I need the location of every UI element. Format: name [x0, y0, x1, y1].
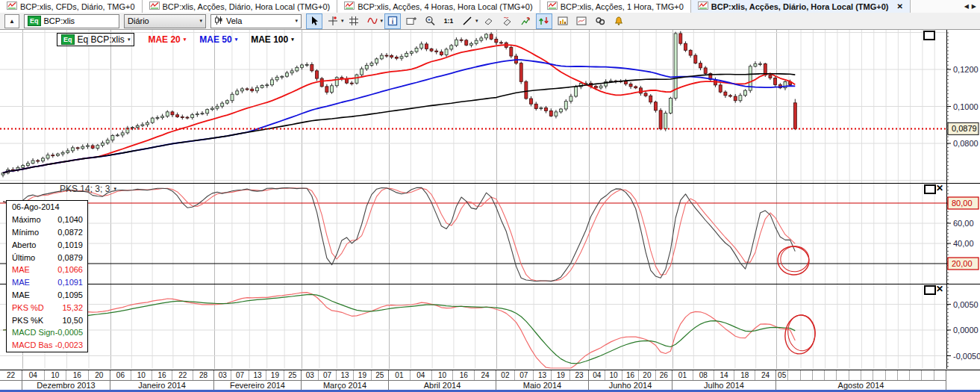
chevron-down-icon: ▾: [128, 37, 131, 43]
period-select[interactable]: Diário ▾: [124, 14, 206, 28]
svg-text:i: i: [392, 18, 394, 25]
tab-5-active[interactable]: BCP:xlis, Acções, Diário, Hora Local (TM…: [691, 0, 911, 13]
maximize-panel-button[interactable]: [924, 285, 936, 295]
tooltip-row: Máximo0,1040: [7, 214, 87, 226]
time-axis-day-cell: [934, 370, 946, 380]
tooltip-row: MACD Bas-0,0023: [7, 339, 87, 352]
time-axis-day-cell: 07: [231, 370, 249, 380]
time-axis-day-cell: [788, 370, 800, 380]
chart-plot-area[interactable]: 0,12000,10000,08000,087980,0060,0040,002…: [0, 0, 980, 370]
chart-tab-bar: BCP:xlis, CFDs, Diário, TMG+0BCP:xlis, A…: [0, 0, 980, 13]
tab-scroll-right-icon[interactable]: ▶: [972, 3, 976, 10]
time-axis-day-cell: [825, 370, 837, 380]
chart-image-icon[interactable]: [555, 13, 571, 29]
tooltip-row-value: 0,0872: [57, 228, 83, 237]
time-axis-day-cell: 10: [131, 370, 152, 380]
time-axis-days-row: 0104101624: [389, 370, 496, 381]
time-axis-month: 0104101624Abril 2014: [389, 370, 496, 391]
time-axis-day-cell: 04: [22, 370, 45, 380]
scale-1-1-icon[interactable]: 1:1: [440, 13, 457, 29]
tooltip-row: PKS %K10,50: [7, 314, 87, 326]
time-axis-month: 0307131925Fevereiro 2014: [214, 370, 302, 391]
time-axis-day-cell: 16: [453, 370, 475, 380]
time-axis-day-cell: 23: [570, 370, 588, 380]
maximize-panel-button[interactable]: [924, 184, 936, 194]
chart-style-select[interactable]: Vela ▾: [210, 14, 302, 28]
equity-badge: Eq: [28, 16, 41, 26]
zoom-tool-icon[interactable]: [422, 13, 438, 29]
ma-legend-dropdown[interactable]: MAE 20▾: [148, 34, 186, 45]
chart-template-icon[interactable]: [573, 13, 590, 29]
time-axis-days-row: 05: [776, 370, 946, 381]
svg-text:0,0000: 0,0000: [953, 326, 979, 335]
svg-text:40,00: 40,00: [953, 239, 974, 248]
svg-text:-0,0050: -0,0050: [953, 352, 980, 361]
time-axis-day-cell: 28: [193, 370, 213, 380]
time-axis-day-cell: 14: [714, 370, 735, 380]
grid-toggle-icon[interactable]: [346, 13, 362, 29]
time-axis: 2204101620Dezembro 20130610162228Janeiro…: [0, 370, 946, 391]
time-axis-month: 0207131923Maio 2014: [496, 370, 589, 391]
time-axis-month: 0307131925Março 2014: [302, 370, 389, 391]
wave-indicator-icon[interactable]: [364, 13, 381, 29]
tab-2[interactable]: BCP:xlis, Acções, Diário, Hora Local (TM…: [143, 0, 338, 13]
tooltip-row-value: 0,1019: [57, 240, 83, 249]
tooltip-row: MAE0,1091: [7, 276, 87, 289]
mini-chart-icon: [547, 1, 558, 11]
tooltip-row-label: Último: [12, 253, 35, 262]
symbol-legend-dropdown[interactable]: Eq Eq BCP:xlis ▾: [57, 33, 134, 46]
symbol-combo[interactable]: Eq BCP:xlis: [24, 14, 119, 28]
buy-sell-signals-icon[interactable]: [536, 13, 552, 29]
pks-legend-dropdown[interactable]: PKS 14; 3; 3 ▾: [60, 184, 116, 194]
crosshair-tool-icon[interactable]: [325, 13, 341, 29]
tab-scroll-controls: ◀▶: [961, 0, 980, 13]
tooltip-row-label: Aberto: [12, 240, 36, 249]
time-axis-day-cell: 18: [734, 370, 755, 380]
chevron-down-icon[interactable]: ▾: [341, 18, 344, 24]
cursor-tool-icon[interactable]: [306, 13, 322, 29]
tooltip-row-label: PKS %K: [12, 316, 43, 325]
eraser-all-icon[interactable]: [499, 13, 515, 29]
mini-chart-icon: [149, 1, 160, 11]
time-axis-days-row: 0307131925: [214, 370, 301, 381]
tooltip-row-value: 0,0879: [57, 253, 83, 262]
ma-legend-dropdown[interactable]: MAE 100▾: [251, 34, 294, 45]
close-tab-icon[interactable]: ✕: [896, 3, 902, 10]
tab-3[interactable]: BCP:xlis, Acções, 4 Horas, Hora Local (T…: [337, 0, 540, 13]
time-axis-day-cell: [873, 370, 885, 380]
chevron-down-icon: ▾: [199, 18, 202, 24]
tooltip-row-label: Mínimo: [12, 228, 39, 237]
time-axis-day-cell: 06: [110, 370, 131, 380]
chart-style-value: Vela: [226, 16, 242, 25]
maximize-panel-button[interactable]: [923, 31, 935, 40]
tooltip-row-label: MAE: [12, 278, 30, 287]
info-mode-icon[interactable]: i: [384, 13, 401, 29]
chevron-down-icon[interactable]: ▾: [381, 18, 384, 24]
time-axis-day-cell: 13: [337, 370, 354, 380]
eraser-icon[interactable]: [480, 13, 496, 29]
chevron-down-icon: ▾: [295, 18, 298, 24]
time-axis-day-cell: 13: [534, 370, 552, 380]
tooltip-row-label: MACD Sign: [12, 328, 54, 337]
zigzag-arrow-icon[interactable]: [517, 13, 534, 29]
ma-legend-label: MAE 20: [148, 34, 180, 45]
link-charts-icon[interactable]: [592, 13, 608, 29]
time-axis-day-cell: 20: [639, 370, 655, 380]
time-axis-day-cell: 19: [552, 370, 570, 380]
chevron-down-icon: ▾: [113, 186, 116, 192]
trendline-tool-icon[interactable]: [459, 13, 475, 29]
time-axis-day-cell: 03: [214, 370, 231, 380]
ma-legend-dropdown[interactable]: MAE 50▾: [199, 34, 237, 45]
info-window-icon[interactable]: [403, 13, 419, 29]
alert-bell-icon[interactable]: [611, 13, 627, 29]
svg-text:20,00: 20,00: [952, 259, 973, 268]
close-panel-button[interactable]: ✕: [936, 184, 943, 192]
chevron-down-icon[interactable]: ▾: [475, 18, 478, 24]
tab-1[interactable]: BCP:xlis, CFDs, Diário, TMG+0: [0, 0, 143, 13]
tooltip-date-label: 06-Ago-2014: [12, 202, 60, 211]
tab-4[interactable]: BCP:xlis, Acções, 1 Hora, TMG+0: [540, 0, 691, 13]
tab-scroll-left-icon[interactable]: ◀: [964, 3, 969, 10]
close-panel-button[interactable]: ✕: [936, 285, 943, 293]
collapse-toolbar-button[interactable]: ▲: [4, 14, 19, 28]
ma-legend-label: MAE 50: [199, 34, 231, 45]
